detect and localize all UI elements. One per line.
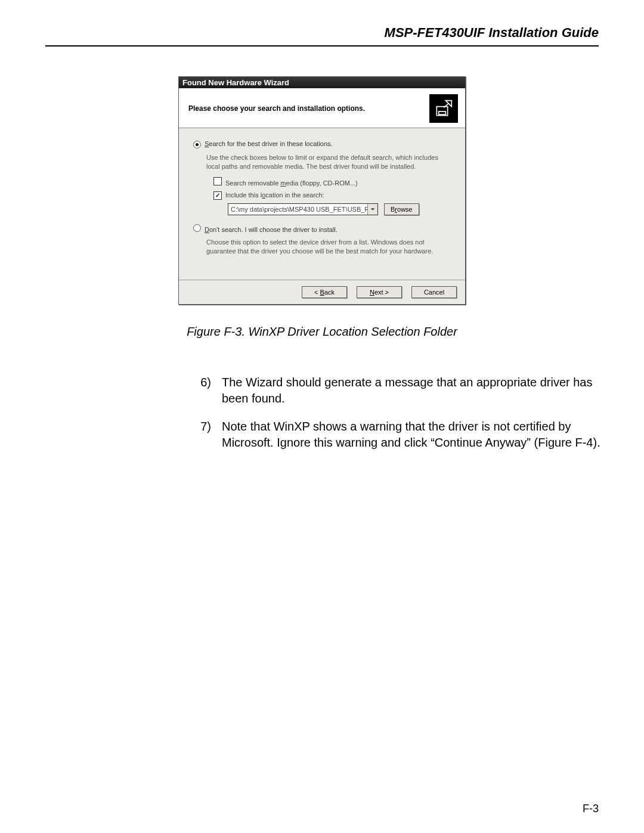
radio-search-desc: Use the check boxes below to limit or ex… <box>206 153 451 171</box>
back-button[interactable]: < Back <box>302 286 347 298</box>
cancel-button[interactable]: Cancel <box>411 286 457 298</box>
step-text: Note that WinXP shows a warning that the… <box>222 419 612 451</box>
wizard-container: Found New Hardware Wizard Please choose … <box>45 76 599 305</box>
radio-search-label: Search for the best driver in these loca… <box>205 140 333 147</box>
doc-header: MSP-FET430UIF Installation Guide <box>45 25 599 41</box>
location-path-combo[interactable]: C:\my data\projects\MSP430 USB_FET\USB_F… <box>228 203 378 215</box>
location-path-value: C:\my data\projects\MSP430 USB_FET\USB_F… <box>228 205 367 213</box>
page-number: F-3 <box>583 803 599 815</box>
checkbox-include-location-label: Include this location in the search: <box>225 191 324 199</box>
radio-icon-selected <box>193 141 201 148</box>
device-icon <box>429 94 458 123</box>
figure-caption: Figure F-3. WinXP Driver Location Select… <box>45 325 599 339</box>
checkbox-unchecked-icon <box>213 177 222 185</box>
instruction-steps: 6) The Wizard should generate a message … <box>194 374 612 451</box>
wizard-button-row: < Back Next > Cancel <box>179 280 465 304</box>
browse-button[interactable]: Browse <box>384 203 419 215</box>
wizard-titlebar: Found New Hardware Wizard <box>179 77 465 88</box>
checkbox-removable-media[interactable]: Search removable media (floppy, CD-ROM..… <box>213 177 451 187</box>
step-7: 7) Note that WinXP shows a warning that … <box>194 419 612 451</box>
step-number: 7) <box>194 419 211 451</box>
radio-dont-search-desc: Choose this option to select the device … <box>206 238 451 256</box>
next-button[interactable]: Next > <box>357 286 402 298</box>
document-page: MSP-FET430UIF Installation Guide Found N… <box>0 0 644 833</box>
header-rule <box>45 45 599 47</box>
checkbox-checked-icon <box>213 191 222 200</box>
wizard-prompt: Please choose your search and installati… <box>188 104 372 113</box>
radio-icon-unselected <box>193 224 201 232</box>
wizard-header-band: Please choose your search and installati… <box>179 88 465 128</box>
install-media-icon <box>432 97 456 120</box>
wizard-body: Search for the best driver in these loca… <box>179 128 465 280</box>
step-text: The Wizard should generate a message tha… <box>222 374 612 407</box>
step-number: 6) <box>194 374 211 407</box>
checkbox-removable-media-label: Search removable media (floppy, CD-ROM..… <box>225 179 358 187</box>
chevron-down-icon[interactable] <box>367 204 377 215</box>
found-new-hardware-wizard: Found New Hardware Wizard Please choose … <box>178 76 466 305</box>
step-6: 6) The Wizard should generate a message … <box>194 374 612 407</box>
radio-search-best-driver[interactable]: Search for the best driver in these loca… <box>193 140 451 148</box>
checkbox-include-location[interactable]: Include this location in the search: <box>213 191 451 200</box>
radio-dont-search-label: Don't search. I will choose the driver t… <box>205 226 338 233</box>
radio-dont-search[interactable]: Don't search. I will choose the driver t… <box>193 224 451 233</box>
